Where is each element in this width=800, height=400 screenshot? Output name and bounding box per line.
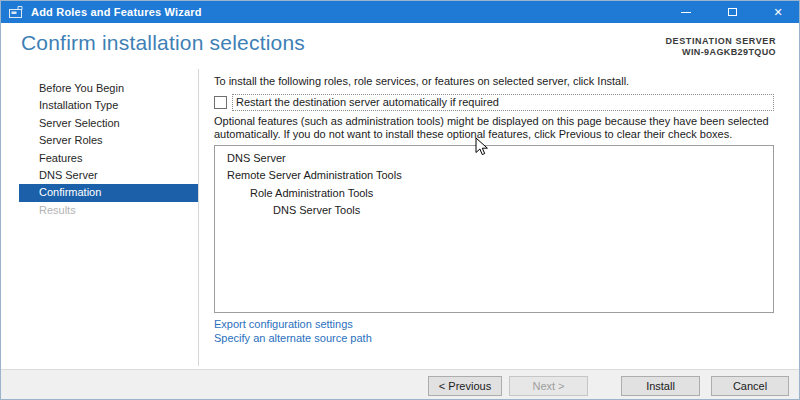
sidebar-item-features[interactable]: Features [1,150,198,167]
sidebar-item-confirmation[interactable]: Confirmation [1,184,198,201]
previous-button[interactable]: < Previous [428,376,502,396]
confirmation-page: To install the following roles, role ser… [214,75,774,346]
sidebar-item-dns-server[interactable]: DNS Server [1,167,198,184]
maximize-button[interactable] [709,1,755,23]
page-title: Confirm installation selections [21,31,305,55]
cancel-button[interactable]: Cancel [711,376,789,396]
restart-checkbox[interactable] [214,96,227,109]
list-item[interactable]: DNS Server [215,150,773,168]
window-controls: ✕ [663,1,800,23]
wizard-steps-nav: Before You Begin Installation Type Serve… [1,80,198,219]
wizard-icon [9,6,24,19]
alternate-source-path-link[interactable]: Specify an alternate source path [214,331,774,346]
sidebar-divider [198,69,199,366]
export-configuration-link[interactable]: Export configuration settings [214,317,774,332]
optional-features-note: Optional features (such as administratio… [214,115,774,141]
intro-text: To install the following roles, role ser… [214,75,774,87]
restart-checkbox-label[interactable]: Restart the destination server automatic… [232,94,774,111]
list-item[interactable]: Remote Server Administration Tools [215,167,773,185]
sidebar-item-before-you-begin[interactable]: Before You Begin [1,80,198,97]
restart-checkbox-row: Restart the destination server automatic… [214,94,774,111]
destination-server-label: DESTINATION SERVER [666,36,776,46]
selected-features-list[interactable]: DNS Server Remote Server Administration … [214,145,774,313]
list-item[interactable]: Role Administration Tools [215,185,773,203]
next-button: Next > [509,376,588,396]
maximize-icon [728,8,737,16]
destination-server-name: WIN-9AGKB29TQUO [666,47,776,57]
window-title: Add Roles and Features Wizard [31,6,202,18]
sidebar-item-results: Results [1,202,198,219]
wizard-window: Add Roles and Features Wizard ✕ Confirm … [0,0,800,400]
install-button[interactable]: Install [621,376,700,396]
sidebar-item-installation-type[interactable]: Installation Type [1,97,198,114]
minimize-icon [681,12,691,13]
list-item[interactable]: DNS Server Tools [215,202,773,220]
sidebar-item-server-roles[interactable]: Server Roles [1,132,198,149]
wizard-footer: < Previous Next > Install Cancel [1,369,800,399]
close-button[interactable]: ✕ [755,1,800,23]
destination-server-block: DESTINATION SERVER WIN-9AGKB29TQUO [666,36,776,57]
sidebar-item-server-selection[interactable]: Server Selection [1,115,198,132]
minimize-button[interactable] [663,1,709,23]
titlebar: Add Roles and Features Wizard ✕ [1,1,800,23]
